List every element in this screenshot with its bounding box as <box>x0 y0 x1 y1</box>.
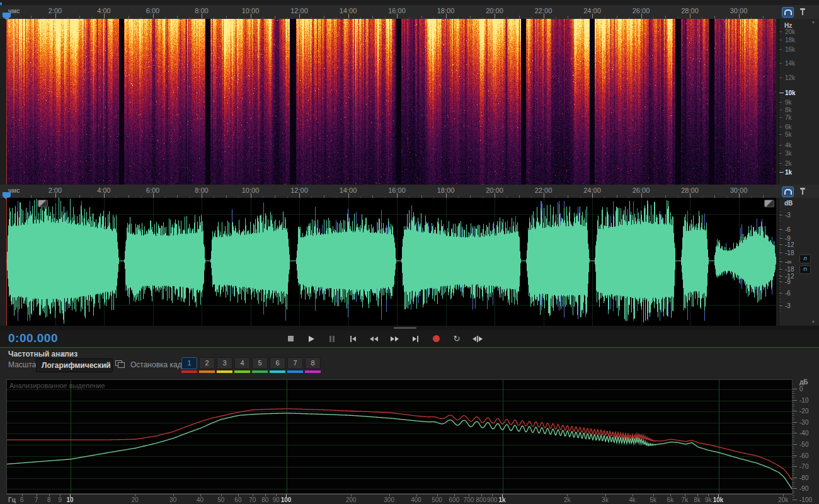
hold-button-8[interactable]: 8 <box>305 357 321 373</box>
ruler-time-label: 22:00 <box>535 186 553 194</box>
db-minor-tick <box>779 238 781 238</box>
hold-color-bar <box>305 370 321 373</box>
record-button[interactable] <box>429 333 443 345</box>
hold-button-5[interactable]: 5 <box>252 357 268 373</box>
horizontal-scrollbar[interactable] <box>0 326 819 330</box>
waveform-db-scale[interactable]: dB ▴ -3-6-9-12-18-∞-18-12-9-6-3ЛП <box>779 198 819 326</box>
db-minor-tick <box>779 272 781 273</box>
hz-axis-label: 30 <box>169 496 176 503</box>
ruler-tick <box>67 17 68 18</box>
scrollbar-handle[interactable] <box>394 327 416 329</box>
go-to-end-button[interactable] <box>408 333 422 345</box>
waveform-hud-icon[interactable] <box>764 200 774 207</box>
ruler-tick <box>641 14 642 18</box>
scroll-up-icon[interactable]: ▴ <box>812 319 815 324</box>
db-minor-tick <box>779 308 781 309</box>
db-tick-label: -18 <box>785 266 794 273</box>
hz-tick <box>779 63 782 64</box>
db-axis-minor-tick <box>793 409 794 410</box>
hz-tick-label: 18k <box>785 37 795 43</box>
hold-button-2[interactable]: 2 <box>199 357 215 373</box>
ruler-tick <box>495 14 495 18</box>
spectrogram-time-ruler[interactable]: чмс 2:004:006:008:0010:0012:0014:0016:00… <box>0 5 819 20</box>
hold-button-label: 7 <box>287 357 303 369</box>
db-axis-minor-tick <box>793 442 794 442</box>
axis-baseline <box>6 494 793 495</box>
db-axis-major-tick <box>793 411 797 411</box>
go-to-start-button[interactable] <box>346 333 360 345</box>
rewind-button[interactable] <box>367 333 381 345</box>
ruler-tick <box>104 14 105 18</box>
db-tick <box>779 261 782 262</box>
ruler-tick <box>397 193 398 198</box>
stop-button[interactable] <box>284 333 297 345</box>
ruler-tick <box>519 16 520 18</box>
hold-button-4[interactable]: 4 <box>234 357 250 373</box>
scale-dropdown[interactable]: Логарифмический ▾ <box>36 358 113 372</box>
hz-axis-label: 70 <box>249 496 256 503</box>
spectrogram-canvas[interactable] <box>6 19 776 185</box>
hz-tick-label: 10k <box>785 89 796 96</box>
hz-axis-label: 800 <box>476 496 486 503</box>
ruler-tick <box>592 193 593 198</box>
waveform-hud-icon[interactable] <box>38 200 48 207</box>
fast-forward-button[interactable] <box>387 333 401 345</box>
pin-icon[interactable] <box>799 8 806 16</box>
copy-graph-icon[interactable] <box>115 360 124 368</box>
frequency-plot-canvas[interactable] <box>6 379 793 494</box>
hz-tick <box>779 145 782 146</box>
skip-selection-button[interactable] <box>471 333 484 345</box>
ruler-tick <box>165 17 166 18</box>
pin-icon[interactable] <box>799 188 806 196</box>
hold-button-3[interactable]: 3 <box>217 357 232 373</box>
db-tick-label: -6 <box>785 290 791 297</box>
hold-button-1[interactable]: 1 <box>181 357 197 373</box>
db-axis-minor-tick <box>793 393 794 394</box>
db-minor-tick <box>779 264 781 265</box>
ruler-tick <box>129 16 129 18</box>
snap-toggle-button[interactable] <box>782 186 794 197</box>
hz-axis-label: 7k <box>682 496 689 503</box>
ruler-tick <box>238 17 239 18</box>
scroll-up-icon[interactable]: ▾ <box>812 20 815 25</box>
ruler-time-label: 8:00 <box>195 186 208 194</box>
ruler-tick <box>214 17 214 18</box>
channel-badge-right[interactable]: П <box>799 265 811 274</box>
hz-tick <box>779 153 782 154</box>
waveform-canvas[interactable] <box>6 198 776 326</box>
db-axis-minor-tick <box>793 418 794 418</box>
timecode-display[interactable]: 0:00.000 <box>8 331 58 345</box>
hz-tick-label: 1k <box>785 169 792 176</box>
db-minor-tick <box>779 299 781 299</box>
db-minor-tick <box>779 214 781 215</box>
channel-badge-left[interactable]: Л <box>799 255 811 263</box>
hz-tick-label: 8k <box>785 106 792 113</box>
db-minor-tick <box>779 217 781 218</box>
spectrogram-frequency-scale[interactable]: Hz ▾ 20k18k16k14k12k10k9k8k7k6k5k4k3k2k1… <box>779 19 819 185</box>
hz-tick <box>779 110 782 110</box>
db-axis-minor-tick <box>793 449 794 449</box>
db-tick-label: -6 <box>785 226 791 233</box>
snap-toggle-button[interactable] <box>782 7 794 18</box>
panel-menu-icon[interactable]: ≡ <box>61 349 66 358</box>
db-axis-major-tick <box>793 433 797 433</box>
waveform-time-ruler[interactable]: чмс 2:004:006:008:0010:0012:0014:0016:00… <box>0 185 819 199</box>
db-tick <box>779 306 782 306</box>
db-minor-tick <box>779 311 781 312</box>
hold-button-7[interactable]: 7 <box>287 357 303 373</box>
db-axis-label: -30 <box>799 418 808 425</box>
ruler-time-label: 30:00 <box>730 7 748 14</box>
loop-button[interactable]: ↻ <box>450 333 464 345</box>
db-minor-tick <box>779 220 781 221</box>
play-button[interactable] <box>304 333 318 345</box>
ruler-tick <box>580 17 581 18</box>
pause-button[interactable] <box>325 333 339 345</box>
db-minor-tick <box>779 278 781 279</box>
hz-axis-label: 40 <box>197 496 203 503</box>
db-axis-title: дБ <box>799 379 808 386</box>
hold-button-6[interactable]: 6 <box>270 357 285 373</box>
hz-axis-label: 50 <box>217 496 224 503</box>
db-minor-tick <box>779 287 781 288</box>
hold-button-label: 2 <box>199 357 215 369</box>
hz-tick <box>779 163 782 164</box>
